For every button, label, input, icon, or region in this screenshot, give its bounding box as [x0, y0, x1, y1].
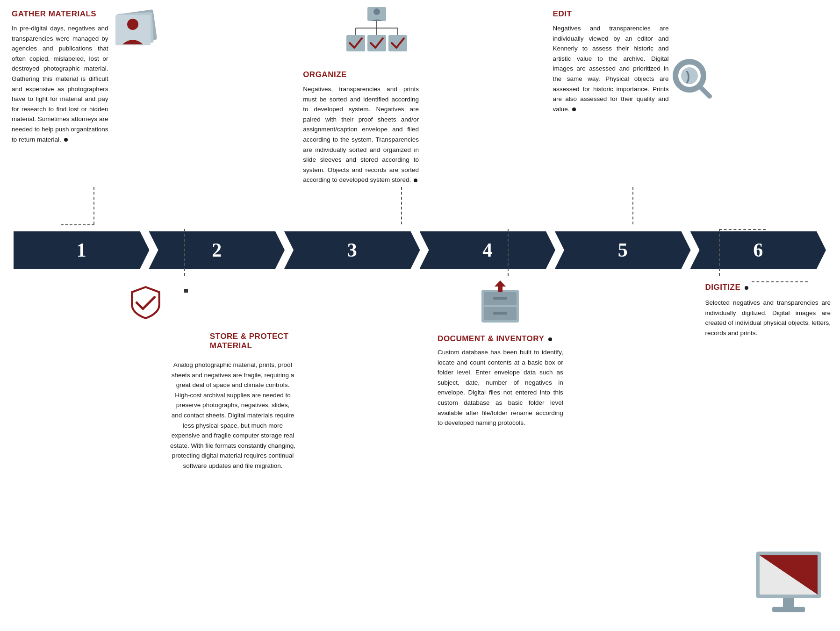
- store-icon: [128, 285, 163, 320]
- edit-icon: ): [668, 56, 715, 103]
- connector-gather-h: [61, 224, 94, 225]
- panel-top-6: [725, 0, 840, 224]
- document-text: Custom database has been built to identi…: [438, 347, 563, 428]
- panel-organize: ORGANIZE Negatives, transparencies and p…: [294, 0, 428, 224]
- organize-title: ORGANIZE: [303, 70, 419, 79]
- connector-digitize-title-h: [752, 281, 808, 282]
- store-bullet: [184, 289, 188, 293]
- connector-store-up: [184, 229, 185, 276]
- organize-icon: [344, 5, 409, 61]
- svg-rect-30: [783, 598, 794, 608]
- main-container: GATHER MATERIALS In pre-digital days, ne…: [0, 0, 840, 631]
- step-3-num: 3: [347, 239, 357, 261]
- bottom-panel-3: [305, 276, 428, 631]
- connector-edit: [632, 187, 633, 224]
- step-6: 6: [690, 231, 826, 269]
- digitize-text: Selected negatives and transparencies ar…: [705, 298, 831, 338]
- bottom-panel-1: [0, 276, 123, 631]
- svg-rect-24: [493, 312, 507, 315]
- document-icon: [474, 278, 526, 325]
- store-title: STORE & PROTECT MATERIAL: [210, 332, 296, 351]
- step-4-num: 4: [482, 239, 492, 261]
- digitize-icon: [751, 547, 826, 617]
- bottom-panel-document: DOCUMENT & INVENTORY Custom database has…: [428, 276, 573, 631]
- connector-gather: [93, 187, 94, 224]
- connector-organize: [401, 187, 402, 224]
- top-section: GATHER MATERIALS In pre-digital days, ne…: [0, 0, 840, 224]
- step-1: 1: [14, 231, 150, 269]
- step-3: 3: [284, 231, 420, 269]
- digitize-title: DIGITIZE: [705, 283, 743, 292]
- store-text: Analog photographic material, prints, pr…: [170, 360, 296, 471]
- svg-point-3: [127, 19, 138, 30]
- connector-digitize-h: [719, 229, 766, 230]
- panel-edit: EDIT Negatives and transparencies are in…: [544, 0, 725, 224]
- gather-text: In pre-digital days, negatives and trans…: [12, 23, 108, 144]
- timeline-bar: 1 2 3 4 5 6: [14, 229, 826, 271]
- panel-top-4: [428, 0, 544, 224]
- svg-text:): ): [686, 69, 690, 83]
- step-6-num: 6: [753, 239, 763, 261]
- organize-text: Negatives, transparencies and prints mus…: [303, 84, 419, 185]
- gather-icon: [108, 9, 165, 61]
- panel-top-2: [179, 0, 294, 224]
- gather-title: GATHER MATERIALS: [12, 9, 108, 19]
- step-5: 5: [555, 231, 691, 269]
- step-2-num: 2: [212, 239, 222, 261]
- edit-text: Negatives and transparencies are individ…: [553, 23, 669, 114]
- step-5-num: 5: [618, 239, 628, 261]
- bottom-panel-store: STORE & PROTECT MATERIAL Analog photogra…: [123, 276, 305, 631]
- connector-digitize-up: [719, 229, 720, 276]
- svg-point-5: [373, 8, 380, 15]
- svg-line-19: [700, 86, 710, 96]
- edit-title: EDIT: [553, 9, 669, 19]
- connector-document-up: [508, 229, 509, 276]
- panel-gather: GATHER MATERIALS In pre-digital days, ne…: [0, 0, 179, 224]
- bottom-section: STORE & PROTECT MATERIAL Analog photogra…: [0, 276, 840, 631]
- step-1-num: 1: [77, 239, 86, 261]
- bottom-panel-digitize: DIGITIZE Selected negatives and transpar…: [696, 276, 840, 631]
- document-title: DOCUMENT & INVENTORY: [438, 334, 544, 343]
- svg-rect-31: [772, 607, 805, 612]
- bottom-panel-5: [573, 276, 696, 631]
- step-2: 2: [149, 231, 285, 269]
- svg-rect-26: [498, 285, 503, 292]
- step-4: 4: [420, 231, 556, 269]
- svg-rect-22: [493, 297, 507, 300]
